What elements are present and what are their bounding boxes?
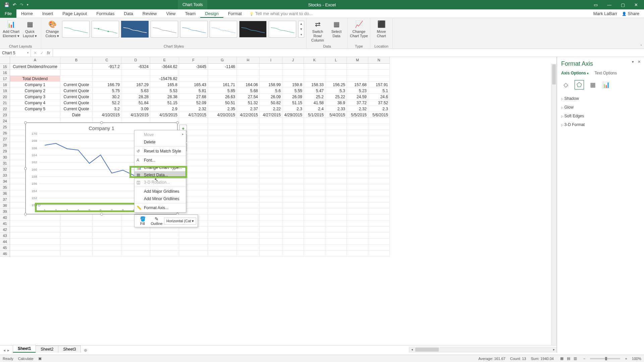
chart-style-1[interactable]: [62, 21, 90, 38]
cancel-formula-icon[interactable]: ✕: [34, 51, 37, 55]
select-data-button[interactable]: ▦Select Data: [327, 19, 345, 38]
menu-font[interactable]: AFont...: [135, 157, 186, 164]
sheet-nav[interactable]: ◂▸: [0, 348, 13, 353]
tab-design[interactable]: Design: [200, 9, 223, 18]
chart-style-2[interactable]: [92, 21, 119, 38]
spreadsheet-grid[interactable]: ABCDEFGHIJKLMN 1516171819202122232425262…: [0, 57, 556, 353]
tab-view[interactable]: View: [161, 9, 180, 18]
resize-handle[interactable]: [100, 121, 103, 124]
svg-text:152: 152: [32, 196, 37, 200]
resize-handle[interactable]: [24, 121, 27, 124]
add-sheet-button[interactable]: ⊕: [80, 348, 91, 353]
chart-style-6[interactable]: [210, 21, 237, 38]
tab-file[interactable]: File: [0, 9, 16, 18]
menu-change-chart-type[interactable]: 📊Change Chart Type...: [135, 164, 186, 171]
tab-formulas[interactable]: Formulas: [92, 9, 119, 18]
section-3d-format[interactable]: 3-D Format: [561, 120, 640, 129]
record-macro-icon[interactable]: ▣: [38, 356, 42, 361]
chart-style-8[interactable]: [269, 21, 296, 38]
effects-icon[interactable]: ⬠: [575, 80, 584, 89]
column-headers[interactable]: ABCDEFGHIJKLMN: [10, 57, 390, 64]
formula-input[interactable]: [53, 51, 644, 55]
mini-fill-button[interactable]: 🪣Fill: [136, 216, 149, 226]
panel-menu-icon[interactable]: ▾: [632, 60, 634, 64]
tab-review[interactable]: Review: [138, 9, 162, 18]
axis-options-tab[interactable]: Axis Options: [561, 71, 589, 75]
chart-type-icon: 📈: [354, 19, 364, 29]
ribbon-display-icon[interactable]: ▭: [594, 2, 598, 7]
close-icon[interactable]: ✕: [634, 2, 638, 7]
collapse-ribbon-icon[interactable]: ˄: [640, 44, 642, 48]
panel-close-icon[interactable]: ✕: [638, 60, 641, 64]
zoom-slider[interactable]: [590, 358, 620, 359]
undo-icon[interactable]: ↶: [13, 2, 16, 7]
resize-handle[interactable]: [24, 213, 27, 216]
user-name[interactable]: Mark LaBarr: [593, 11, 618, 16]
tab-insert[interactable]: Insert: [38, 9, 58, 18]
switch-row-column-button[interactable]: ⇄Switch Row/ Column: [309, 19, 327, 43]
chart-style-scroll[interactable]: ▲▼▾: [298, 21, 304, 38]
change-colors-button[interactable]: 🎨Change Colors ▾: [43, 19, 61, 38]
tab-data[interactable]: Data: [119, 9, 138, 18]
chart-style-7[interactable]: [239, 21, 267, 38]
section-shadow[interactable]: Shadow: [561, 94, 640, 103]
tab-format[interactable]: Format: [223, 9, 247, 18]
zoom-out-icon[interactable]: −: [583, 357, 585, 361]
chart-style-5[interactable]: [180, 21, 208, 38]
mini-axis-dropdown[interactable]: Horizontal (Cat ▾: [164, 218, 196, 225]
chart-styles-gallery: ▲▼▾: [62, 19, 304, 38]
zoom-in-icon[interactable]: +: [625, 357, 627, 361]
resize-handle[interactable]: [176, 121, 179, 124]
switch-icon: ⇄: [313, 19, 322, 29]
sheet-tab-1[interactable]: Sheet1: [13, 345, 36, 353]
fx-icon[interactable]: fx: [47, 51, 50, 55]
group-location: Location: [372, 44, 390, 48]
view-buttons[interactable]: ▦▤▥: [558, 356, 579, 361]
menu-reset-style[interactable]: ↺Reset to Match Style: [135, 147, 186, 155]
size-props-icon[interactable]: ▦: [588, 80, 597, 89]
chart-style-4[interactable]: [151, 21, 178, 38]
tab-home[interactable]: Home: [16, 9, 38, 18]
panel-title: Format Axis: [561, 60, 640, 67]
bucket-icon: 🪣: [140, 216, 146, 222]
text-options-tab[interactable]: Text Options: [595, 71, 617, 75]
resize-handle[interactable]: [24, 167, 27, 170]
sheet-tab-2[interactable]: Sheet2: [36, 346, 58, 353]
qat-more-icon[interactable]: ▾: [27, 3, 29, 6]
vertical-scrollbar[interactable]: [551, 64, 556, 353]
tab-page-layout[interactable]: Page Layout: [58, 9, 92, 18]
minimize-icon[interactable]: —: [607, 2, 611, 7]
move-chart-button[interactable]: ⬛Move Chart: [372, 19, 390, 38]
status-average: Average: 161.67: [478, 357, 505, 361]
quick-layout-button[interactable]: ▦Quick Layout ▾: [21, 19, 39, 38]
maximize-icon[interactable]: ▢: [621, 2, 625, 7]
tell-me-input[interactable]: Tell me what you want to do...: [249, 9, 313, 18]
select-all-corner[interactable]: [0, 57, 10, 64]
row-headers[interactable]: 1516171819202122232425262728293031323334…: [0, 64, 10, 257]
chart-style-3[interactable]: [121, 21, 149, 38]
mini-outline-button[interactable]: ✎Outline: [150, 216, 163, 226]
enter-formula-icon[interactable]: ✓: [40, 51, 44, 55]
menu-format-axis[interactable]: 📏Format Axis...: [135, 204, 186, 212]
chart-icon: 📊: [137, 165, 142, 170]
change-chart-type-button[interactable]: 📈Change Chart Type: [350, 19, 368, 38]
zoom-level[interactable]: 100%: [632, 357, 641, 361]
menu-add-minor-gridlines[interactable]: Add Minor Gridlines: [135, 195, 186, 202]
menu-select-data[interactable]: ▦Select Data...: [135, 171, 186, 179]
section-glow[interactable]: Glow: [561, 103, 640, 112]
redo-icon[interactable]: ↷: [20, 2, 23, 7]
axis-opts-icon[interactable]: 📊: [601, 80, 611, 89]
add-chart-element-button[interactable]: 📊Add Chart Element ▾: [2, 19, 20, 38]
section-soft-edges[interactable]: Soft Edges: [561, 112, 640, 120]
share-button[interactable]: Share: [622, 11, 639, 16]
menu-add-major-gridlines[interactable]: Add Major Gridlines: [135, 188, 186, 195]
resize-handle[interactable]: [100, 213, 103, 216]
sheet-tab-3[interactable]: Sheet3: [58, 346, 81, 353]
context-menu: Move▸ Delete ↺Reset to Match Style AFont…: [134, 130, 186, 213]
fill-line-icon[interactable]: ◇: [561, 80, 571, 89]
save-icon[interactable]: 💾: [4, 2, 9, 7]
name-box[interactable]: Chart 5: [0, 49, 31, 57]
tab-team[interactable]: Team: [180, 9, 200, 18]
horizontal-scrollbar[interactable]: ◂▸: [409, 347, 556, 353]
menu-delete[interactable]: Delete: [135, 138, 186, 146]
